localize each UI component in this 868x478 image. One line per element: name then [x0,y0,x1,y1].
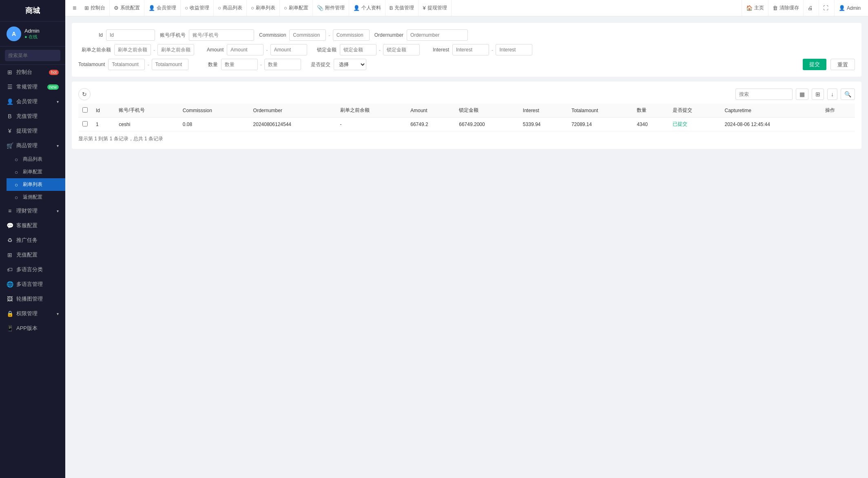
before-balance-to[interactable] [157,44,194,55]
before-balance-filter: 刷单之前余额 - [78,44,194,55]
sidebar-item-shua-list[interactable]: ○ 刷单列表 [7,178,65,191]
cell-ordernumber: 20240806124544 [249,117,336,131]
grid-button[interactable]: ⊞ [812,89,824,100]
sidebar-item-regular[interactable]: ☰ 常规管理 new [0,80,65,94]
sidebar-item-multilang[interactable]: 🌐 多语言管理 [0,277,65,292]
col-header-interest: Interest [519,104,567,117]
search-icon-button[interactable]: 🔍 [841,89,855,100]
topbar: ≡ ⊞ 控制台 ⚙ 系统配置 👤 会员管理 ○ 收益管理 ○ 商品列表 ○ 刷单… [65,0,868,16]
sidebar-item-label-goods: 商品管理 [16,142,38,149]
topbar-home[interactable]: 🏠 主页 [742,0,768,16]
clear-cache-icon: 🗑 [773,5,778,11]
sidebar-item-promote[interactable]: ♻ 推广任务 [0,233,65,248]
topbar-clear-cache-label: 清除缓存 [779,4,799,11]
topbar-recharge-mgmt[interactable]: B 充值管理 [385,0,419,16]
sidebar-item-customer[interactable]: 💬 客服配置 [0,218,65,233]
totalamount-filter: Totalamount - [78,59,188,70]
submitted-select[interactable]: 选择 已提交 未提交 [334,59,366,70]
id-input[interactable] [106,29,155,41]
sidebar-item-label-recharge: 充值管理 [16,113,38,120]
topbar-goods-list[interactable]: ○ 商品列表 [214,0,247,16]
account-input[interactable] [189,29,254,41]
quantity-from[interactable] [221,59,258,70]
hamburger-button[interactable]: ≡ [69,4,80,12]
commission-input-from[interactable] [289,29,326,41]
refresh-button[interactable]: ↻ [78,88,91,100]
commission-filter: Commission - [259,29,369,41]
content-area: Id 账号/手机号 Commission - Ordernumber [65,16,868,478]
table-search-input[interactable] [735,89,793,100]
column-layout-button[interactable]: ▦ [796,89,808,100]
sidebar-item-label-shua-config: 刷单配置 [23,168,42,175]
goods-submenu: ○ 商品列表 ○ 刷单配置 ○ 刷单列表 ○ 返佣配置 [0,153,65,204]
sidebar-item-recharge-config[interactable]: ⊞ 充值配置 [0,248,65,262]
user-profile: A Admin 在线 [0,22,65,46]
brand: 商城 [0,0,65,22]
sidebar-item-finance[interactable]: ≡ 理财管理 ▾ [0,204,65,218]
topbar-user-icon: 👤 [839,5,845,11]
topbar-member-mgmt[interactable]: 👤 会员管理 [144,0,181,16]
sidebar-item-withdraw[interactable]: ¥ 提现管理 [0,124,65,138]
topbar-personal[interactable]: 👤 个人资料 [349,0,385,16]
amount-input-to[interactable] [270,44,307,55]
sidebar-item-return-config[interactable]: ○ 返佣配置 [7,191,65,204]
reset-button[interactable]: 重置 [830,59,855,70]
totalamount-label: Totalamount [78,62,105,67]
customer-icon: 💬 [7,222,13,229]
cell-amount: 66749.2 [406,117,455,131]
sidebar-search-input[interactable] [5,50,60,61]
topbar-print[interactable]: 🖨 [803,0,819,16]
ordernumber-input[interactable] [407,29,468,41]
sidebar-item-goods-list[interactable]: ○ 商品列表 [7,153,65,166]
topbar-admin-user[interactable]: 👤 Admin [834,0,865,16]
sidebar-item-shua-config[interactable]: ○ 刷单配置 [7,166,65,178]
topbar-shua-config-label: 刷单配置 [289,4,308,11]
topbar-attachment[interactable]: 📎 附件管理 [313,0,349,16]
topbar-system-config[interactable]: ⚙ 系统配置 [110,0,144,16]
locked-amount-from[interactable] [340,44,376,55]
topbar-member-icon: 👤 [148,5,155,11]
commission-input-to[interactable] [333,29,370,41]
cell-id: 1 [92,117,115,131]
topbar-withdraw-mgmt[interactable]: ¥ 提现管理 [418,0,451,16]
interest-from[interactable] [452,44,489,55]
topbar-revenue-mgmt[interactable]: ○ 收益管理 [181,0,214,16]
select-all-checkbox[interactable] [82,107,88,113]
submit-button[interactable]: 提交 [803,59,826,70]
before-balance-from[interactable] [114,44,151,55]
topbar-fullscreen[interactable]: ⛶ [819,0,834,16]
locked-amount-to[interactable] [383,44,420,55]
sidebar-item-permission[interactable]: 🔒 权限管理 ▾ [0,306,65,321]
col-header-id: Id [92,104,115,117]
topbar-shua-list[interactable]: ○ 刷单列表 [247,0,280,16]
cell-quantity: 4340 [633,117,669,131]
permission-arrow: ▾ [57,312,59,316]
sidebar-item-member[interactable]: 👤 会员管理 ▾ [0,94,65,109]
export-button[interactable]: ↓ [827,89,837,100]
totalamount-from[interactable] [108,59,145,70]
sidebar-item-banner[interactable]: 🖼 轮播图管理 [0,292,65,306]
topbar-shua-list-icon: ○ [251,5,254,11]
sidebar-item-app-version[interactable]: 📱 APP版本 [0,321,65,336]
cell-locked-amount: 66749.2000 [455,117,519,131]
row-checkbox[interactable] [82,121,88,126]
topbar-member-label: 会员管理 [157,4,176,11]
account-label: 账号/手机号 [160,32,186,39]
amount-input-from[interactable] [227,44,264,55]
sidebar-item-dashboard[interactable]: ⊞ 控制台 hot [0,65,65,80]
promote-icon: ♻ [7,237,13,243]
multilang-cat-icon: 🏷 [7,266,13,273]
topbar-clear-cache[interactable]: 🗑 清除缓存 [768,0,803,16]
sidebar-item-multilang-cat[interactable]: 🏷 多语言分类 [0,262,65,277]
sidebar-item-label-withdraw: 提现管理 [16,127,38,135]
cell-action [821,117,855,131]
sidebar-item-goods[interactable]: 🛒 商品管理 ▾ [0,138,65,153]
topbar-dashboard[interactable]: ⊞ 控制台 [80,0,110,16]
topbar-shua-config[interactable]: ○ 刷单配置 [280,0,313,16]
quantity-to[interactable] [264,59,301,70]
account-filter: 账号/手机号 [160,29,254,41]
ordernumber-label: Ordernumber [374,32,403,38]
totalamount-to[interactable] [152,59,188,70]
interest-to[interactable] [496,44,532,55]
sidebar-item-recharge[interactable]: B 充值管理 [0,109,65,124]
